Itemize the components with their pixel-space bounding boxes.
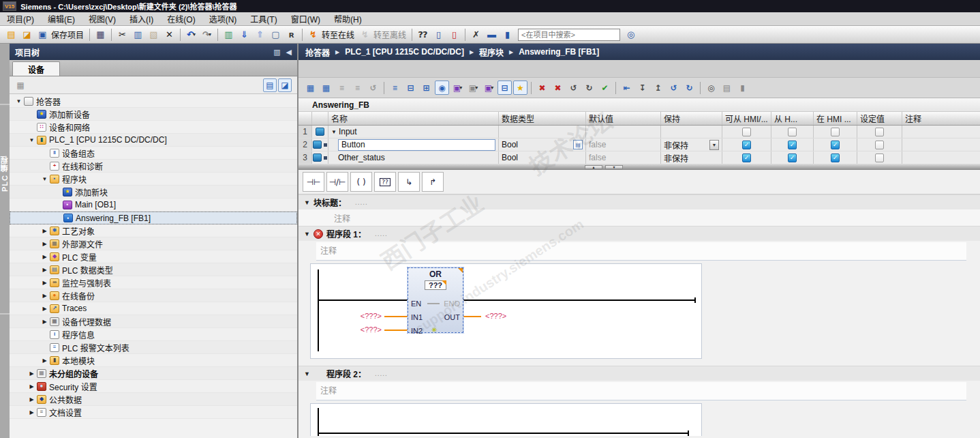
undo-icon[interactable]: ↶▾ [184,27,198,42]
interface-row[interactable]: 1▼Input [298,126,980,138]
tree-item--[interactable]: ▶≡文档设置 [10,406,297,419]
expander-right-icon[interactable]: ▶ [41,267,48,273]
expander-right-icon[interactable]: ▶ [28,383,35,390]
datatype-cell[interactable]: Bool▤ [499,138,586,151]
project-search-input[interactable] [518,29,620,41]
normally-open-contact-button[interactable]: ⊣⊢ [303,172,324,192]
symbol-display-icon[interactable]: ▣▾ [482,81,496,95]
expander-right-icon[interactable]: ▶ [41,293,48,299]
header-cell[interactable]: 默认值 [586,112,661,125]
breadcrumb-item[interactable]: Answering_FB [FB1] [519,47,599,57]
update-block-calls-icon[interactable]: ↺ [566,81,581,95]
tree-item--[interactable]: i程序信息 [10,328,297,341]
device-overview-icon[interactable]: ▦ [14,78,27,92]
datatype-cell[interactable]: Bool [499,151,586,164]
collapse-panel-icon[interactable]: ◀ [286,48,292,57]
checkbox[interactable]: ✓ [831,154,840,162]
tab-devices[interactable]: 设备 [12,61,60,76]
menu-item[interactable]: 视图(V) [82,12,123,25]
network-1-header[interactable]: ▼ ✕ 程序段 1： ..... [298,226,980,241]
header-cell[interactable]: 名称 [328,112,499,125]
cross-references-icon[interactable]: ✗ [469,27,483,42]
or-instruction-block[interactable]: OR ??? EN ENO IN1 OUT IN2 ✳ [408,267,463,333]
insert-row-icon[interactable]: ≡ [335,81,349,95]
split-vertical-icon[interactable]: ▮ [500,27,515,42]
tree-item--[interactable]: ▶▮本地模块 [10,354,297,367]
close-branch-button[interactable]: ↱ [422,172,444,192]
comments-toggle-icon[interactable]: ◉ [435,81,449,95]
zoom-selection-icon[interactable]: ◎ [704,81,718,95]
tree-item--[interactable]: ∷设备和网络 [10,121,297,134]
expander-down-icon[interactable]: ▼ [28,137,35,143]
header-cell[interactable]: 从 H... [771,112,814,125]
copy-icon[interactable]: ▥ [131,27,145,42]
block-title-section[interactable]: ▼ 块标题： ..... [298,194,980,209]
open-project-icon[interactable]: ◪ [20,27,34,42]
tree-item--[interactable]: ★添加新块 [10,186,297,199]
out-operand[interactable]: <???> [485,312,515,320]
delete-icon[interactable]: ✕ [162,27,177,42]
previous-error-icon[interactable]: ↺ [667,81,681,95]
save-project-icon[interactable]: ▣ [35,27,50,42]
checkbox[interactable] [831,128,840,136]
comment-cell[interactable] [902,138,980,151]
name-cell[interactable]: Button [328,138,499,151]
tree-item-traces[interactable]: ▶↗Traces [10,302,297,315]
network-2-header[interactable]: ▼ 程序段 2： ..... [298,366,980,381]
network-2-comment[interactable]: 注释 [316,382,966,400]
menu-item[interactable]: 窗口(W) [284,12,327,25]
menu-item[interactable]: 项目(P) [0,12,41,25]
favorites-toggle-icon[interactable]: ★ [513,81,527,95]
tree-item--[interactable]: ▶✱工艺对象 [10,224,297,237]
expander-right-icon[interactable]: ▶ [28,409,35,415]
network-1-comment[interactable]: 注释 [316,242,966,261]
expander-down-icon[interactable]: ▼ [41,176,48,182]
tree-item-plc-[interactable]: ≡PLC 报警文本列表 [10,341,297,354]
next-error-icon[interactable]: ↻ [682,81,696,95]
tree-item--[interactable]: ★添加新设备 [10,108,297,121]
delete-call-envelope-icon[interactable]: ✖ [551,81,565,95]
chevron-down-icon[interactable]: ▼ [304,199,310,206]
checkbox[interactable] [788,128,797,136]
checkbox[interactable]: ✓ [831,141,840,149]
tree-item--[interactable]: ‖设备组态 [10,147,297,160]
goto-previous-icon[interactable]: ⇤ [619,81,634,95]
collapse-networks-icon[interactable]: ⊞ [419,81,433,95]
block-title-comment[interactable]: 注释 [298,209,980,226]
search-project-icon[interactable]: ◎ [624,27,638,42]
expander-down-icon[interactable]: ▼ [331,129,337,135]
header-cell[interactable]: 数据类型 [499,112,586,125]
menu-item[interactable]: 在线(O) [160,12,202,25]
start-cpu-icon[interactable]: ▢ [269,27,283,42]
checkbox[interactable] [875,128,884,136]
interface-row[interactable]: 3Other_statusBoolfalse非保持✓✓✓ [298,151,980,164]
goto-definition-icon[interactable]: ↧ [635,81,649,95]
goto-usage-icon[interactable]: ↥ [651,81,665,95]
tree-item--[interactable]: ▶●在线备份 [10,289,297,302]
name-edit-field[interactable]: Button [338,139,495,151]
go-online-icon[interactable]: ↯ [306,27,320,42]
network-2-canvas[interactable] [310,403,702,436]
dropdown-arrow-icon[interactable]: ▾ [475,85,478,91]
refresh-interface-icon[interactable]: ↻ [582,81,596,95]
tree-item-plc-[interactable]: ▶▤PLC 数据类型 [10,263,297,276]
download-icon[interactable]: ⇓ [237,27,251,42]
start-simulation-icon[interactable]: ▯ [431,27,446,42]
details-view-icon[interactable]: ▤ [263,78,277,92]
expander-right-icon[interactable]: ▶ [41,319,48,325]
split-horizontal-icon[interactable]: ▬ [485,27,499,42]
menu-item[interactable]: 插入(I) [123,12,160,25]
checkbox[interactable]: ✓ [742,141,751,149]
normally-closed-contact-button[interactable]: ⊣/⊢ [326,172,348,192]
delete-network-icon[interactable]: ▦ [319,81,333,95]
snapshot-icon[interactable]: ▤ [720,81,734,95]
plc-programming-side-tab[interactable]: PLC 编程 [0,119,10,228]
interface-row[interactable]: 2ButtonBool▤false非保持▼✓✓✓ [298,138,980,151]
header-cell[interactable]: 设定值 [857,112,902,125]
tree-item--[interactable]: ▶▦设备代理数据 [10,315,297,328]
name-cell[interactable]: ▼Input [328,126,499,138]
tree-item--[interactable]: ▶▦外部源文件 [10,237,297,250]
retain-cell[interactable] [661,126,722,138]
print-icon[interactable]: ▦ [93,27,108,42]
retain-dropdown-icon[interactable]: ▼ [709,140,719,150]
